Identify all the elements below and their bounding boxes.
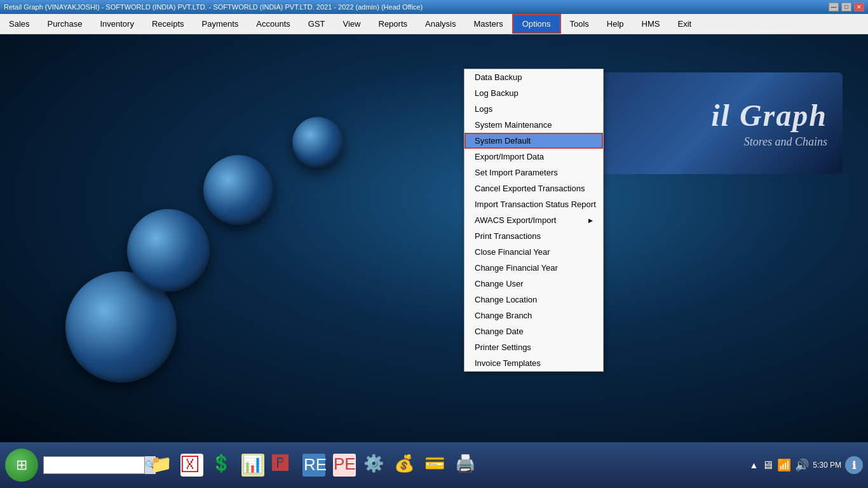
tray-monitor-icon: 🖥	[762, 459, 773, 472]
titlebar-controls: — □ ✕	[829, 3, 864, 11]
menu-item-receipts[interactable]: Receipts	[143, 14, 193, 34]
dropdown-menu: Data BackupLog BackupLogsSystem Maintena…	[464, 69, 604, 372]
dropdown-item-awacs-export-import[interactable]: AWACS Export/Import	[465, 212, 603, 228]
sphere-0	[292, 117, 343, 168]
menu-item-payments[interactable]: Payments	[193, 14, 248, 34]
options-dropdown: Data BackupLog BackupLogsSystem Maintena…	[464, 69, 604, 372]
menu-item-view[interactable]: View	[334, 14, 370, 34]
search-bar: 🔍	[43, 456, 145, 474]
menu-item-hms[interactable]: HMS	[633, 14, 669, 34]
dropdown-item-change-user[interactable]: Change User	[465, 276, 603, 292]
taskbar-icon-8[interactable]: ⚙️	[361, 451, 389, 479]
menubar: SalesPurchaseInventoryReceiptsPaymentsAc…	[0, 14, 868, 34]
menu-item-accounts[interactable]: Accounts	[247, 14, 299, 34]
dropdown-item-logs[interactable]: Logs	[465, 101, 603, 117]
dropdown-item-printer-settings[interactable]: Printer Settings	[465, 339, 603, 355]
menu-item-reports[interactable]: Reports	[370, 14, 417, 34]
dropdown-item-log-backup[interactable]: Log Backup	[465, 85, 603, 101]
dropdown-item-change-date[interactable]: Change Date	[465, 323, 603, 339]
dropdown-item-export-import-data[interactable]: Export/Import Data	[465, 149, 603, 165]
search-input[interactable]	[44, 459, 144, 471]
minimize-button[interactable]: —	[829, 3, 839, 11]
start-button[interactable]: ⊞	[5, 449, 38, 482]
taskbar-icon-10[interactable]: 💳	[422, 451, 450, 479]
dropdown-item-import-transaction-status-report[interactable]: Import Transaction Status Report	[465, 196, 603, 212]
logo-text: il Graph	[711, 98, 827, 133]
menu-item-masters[interactable]: Masters	[465, 14, 512, 34]
dropdown-item-set-import-parameters[interactable]: Set Import Parameters	[465, 165, 603, 180]
tray-network-icon: 📶	[777, 458, 791, 472]
clock: 5:30 PM	[813, 460, 841, 471]
info-button[interactable]: ℹ	[845, 456, 863, 474]
menu-item-options[interactable]: Options	[512, 14, 561, 34]
dropdown-item-change-location[interactable]: Change Location	[465, 292, 603, 308]
logo-area: il Graph Stores and Chains	[588, 72, 843, 174]
dropdown-item-change-branch[interactable]: Change Branch	[465, 308, 603, 323]
taskbar-icon-3[interactable]: 💲	[208, 451, 236, 479]
menu-item-exit[interactable]: Exit	[669, 14, 701, 34]
taskbar-icon-2[interactable]: 🅇	[178, 451, 206, 479]
menu-item-sales[interactable]: Sales	[0, 14, 39, 34]
menu-item-purchase[interactable]: Purchase	[39, 14, 92, 34]
taskbar-icon-6[interactable]: RE	[300, 451, 328, 479]
logo-subtitle: Stores and Chains	[744, 135, 827, 149]
dropdown-item-system-default[interactable]: System Default	[465, 133, 603, 149]
taskbar-icon-11[interactable]: 🖨️	[452, 451, 480, 479]
taskbar-icon-1[interactable]: 📁	[147, 451, 175, 479]
dropdown-item-change-financial-year[interactable]: Change Financial Year	[465, 260, 603, 276]
dropdown-item-invoice-templates[interactable]: Invoice Templates	[465, 355, 603, 371]
clock-time: 5:30 PM	[813, 460, 841, 471]
menu-item-inventory[interactable]: Inventory	[91, 14, 142, 34]
close-button[interactable]: ✕	[854, 3, 864, 11]
sphere-1	[203, 155, 273, 225]
dropdown-item-close-financial-year[interactable]: Close Financial Year	[465, 244, 603, 260]
titlebar: Retail Graph (VINAYAKJOSHI) - SOFTWORLD …	[0, 0, 868, 14]
menu-item-help[interactable]: Help	[598, 14, 633, 34]
dropdown-item-cancel-exported-transactions[interactable]: Cancel Exported Transactions	[465, 180, 603, 196]
dropdown-item-print-transactions[interactable]: Print Transactions	[465, 228, 603, 244]
tray-up-arrow[interactable]: ▲	[749, 460, 758, 470]
desktop: il Graph Stores and Chains Data BackupLo…	[0, 34, 868, 442]
taskbar-icon-5[interactable]: 🅿	[269, 451, 297, 479]
taskbar-icon-4[interactable]: 📊	[239, 451, 267, 479]
tray-volume-icon: 🔊	[795, 458, 809, 472]
system-tray: ▲ 🖥 📶 🔊 5:30 PM ℹ	[744, 442, 868, 488]
titlebar-title: Retail Graph (VINAYAKJOSHI) - SOFTWORLD …	[4, 3, 423, 11]
taskbar-icon-7[interactable]: PE	[330, 451, 358, 479]
maximize-button[interactable]: □	[841, 3, 851, 11]
sphere-2	[127, 209, 210, 292]
dropdown-item-system-maintenance[interactable]: System Maintenance	[465, 117, 603, 133]
taskbar-icon-9[interactable]: 💰	[391, 451, 419, 479]
menu-item-tools[interactable]: Tools	[561, 14, 598, 34]
dropdown-item-data-backup[interactable]: Data Backup	[465, 69, 603, 85]
menu-item-analysis[interactable]: Analysis	[416, 14, 465, 34]
taskbar: ⊞ 🔍 📁 🅇 💲 📊 🅿 RE PE ⚙️ 💰 💳 🖨️ ▲ 🖥 📶	[0, 442, 868, 488]
menu-item-gst[interactable]: GST	[299, 14, 334, 34]
